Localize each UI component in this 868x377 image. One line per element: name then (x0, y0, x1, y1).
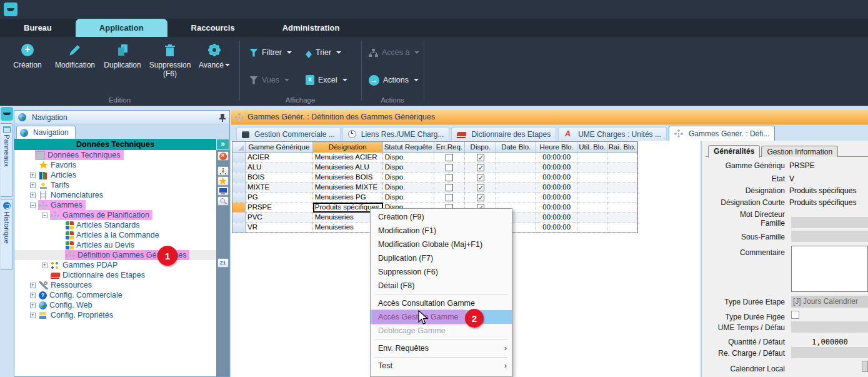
tree-expander[interactable]: + (30, 293, 36, 298)
modification-button[interactable]: Modification (51, 42, 99, 78)
column-header[interactable]: Gamme Générique (246, 142, 313, 153)
cell-date-blo[interactable] (496, 193, 536, 203)
cell-heure-blo[interactable]: 00:00:00 (536, 153, 577, 163)
cell-date-blo[interactable] (496, 183, 536, 193)
context-menu-item[interactable]: Modification Globale (Maj+F1) › (371, 238, 512, 251)
context-menu-item[interactable]: Création (F9) › (371, 210, 512, 224)
acces-a-button[interactable]: Accès à (369, 46, 419, 59)
cell-date-blo[interactable] (496, 153, 536, 163)
type-duree-figee-checkbox[interactable] (791, 311, 799, 319)
favorites-button[interactable] (217, 176, 229, 186)
cell-util-blo[interactable] (577, 213, 607, 223)
ribbon-tab[interactable]: Administration (259, 19, 364, 37)
cell-util-blo[interactable] (577, 153, 607, 163)
tree-item[interactable]: Favoris (14, 160, 216, 170)
context-menu-item[interactable]: Déblocage Gamme › (371, 324, 512, 338)
context-menu-item[interactable]: Modification (F1) › (371, 224, 512, 238)
tree-item[interactable]: + Nomenclatures (14, 190, 216, 200)
tree-expander[interactable]: + (30, 283, 36, 288)
dispo-checkbox[interactable] (477, 184, 484, 191)
network-view-button[interactable] (217, 166, 229, 176)
trier-button[interactable]: Trier (306, 46, 341, 59)
table-row[interactable]: BOIS Menuiseries BOIS Dispo. 00:00:00 (232, 173, 637, 183)
cell-rai-blo[interactable] (607, 153, 637, 163)
tree-item[interactable]: + Config. Commerciale (14, 290, 216, 300)
context-menu-item[interactable] (375, 339, 507, 340)
context-menu-item[interactable]: Test › (371, 359, 512, 373)
calendrier-local-button[interactable] (862, 361, 868, 372)
context-menu-item[interactable]: Suppression (F6) › (371, 265, 512, 279)
cell-statut-requete[interactable]: Dispo. (383, 153, 434, 163)
ribbon-tab[interactable]: Application (76, 19, 167, 37)
tree-item[interactable]: + Gammes PDAP (14, 260, 216, 270)
row-selector-cell[interactable] (232, 173, 246, 183)
table-row[interactable]: ALU Menuiseries ALU Dispo. 00:00:00 (232, 163, 637, 173)
document-tab[interactable]: Dictionnaire des Etapes (451, 127, 556, 141)
column-header[interactable]: Dispo. (465, 142, 496, 153)
cell-err-req[interactable] (434, 163, 466, 173)
cell-dispo[interactable] (465, 153, 496, 163)
err-req-checkbox[interactable] (446, 194, 453, 201)
search-button[interactable] (217, 196, 229, 206)
document-tab[interactable]: Gestion Commerciale ... (236, 127, 341, 141)
cell-heure-blo[interactable]: 00:00:00 (536, 203, 577, 213)
row-selector-cell[interactable] (232, 223, 246, 233)
tree-item[interactable]: + Config. Web (14, 300, 216, 310)
context-menu-item[interactable] (375, 294, 507, 295)
tree-item[interactable]: Articles Standards (14, 220, 216, 230)
cell-rai-blo[interactable] (607, 213, 637, 223)
cell-gamme-generique[interactable]: BOIS (246, 173, 313, 183)
tree-expander[interactable]: + (30, 193, 36, 198)
err-req-checkbox[interactable] (446, 164, 453, 171)
tree-item[interactable]: + Articles (14, 170, 216, 180)
cell-dispo[interactable] (465, 183, 496, 193)
cell-rai-blo[interactable] (607, 173, 637, 183)
context-menu-item[interactable]: Détail (F8) › (371, 279, 512, 293)
cell-designation[interactable]: Menuiseries BOIS (313, 173, 383, 183)
cell-heure-blo[interactable]: 00:00:00 (536, 163, 577, 173)
cell-rai-blo[interactable] (607, 193, 637, 203)
detail-tab[interactable]: Généralités (708, 145, 760, 158)
cell-date-blo[interactable] (496, 173, 536, 183)
cell-util-blo[interactable] (577, 193, 607, 203)
document-tab[interactable]: Gammes Génér. : Défi... (669, 126, 775, 141)
row-selector-cell[interactable] (232, 163, 246, 173)
cell-gamme-generique[interactable]: PG (246, 193, 313, 203)
tree-expander[interactable]: − (30, 203, 36, 208)
cell-heure-blo[interactable]: 00:00:00 (536, 213, 577, 223)
creation-button[interactable]: Création (4, 42, 51, 78)
column-header[interactable]: Err.Req. (434, 142, 466, 153)
ume-temps-input[interactable] (791, 321, 868, 333)
tree-expander[interactable]: + (30, 303, 36, 308)
tree-expander[interactable]: − (42, 213, 47, 218)
row-selector-cell[interactable] (232, 153, 246, 163)
type-duree-etape-select[interactable]: [J] Jours Calendrier (791, 296, 868, 308)
tree-item[interactable]: Articles au Devis (14, 240, 216, 250)
app-logo-icon[interactable] (4, 3, 17, 16)
cell-designation[interactable]: Menuiseries PG (313, 193, 383, 203)
cell-designation[interactable]: Menuiseries ALU (313, 163, 383, 173)
dispo-checkbox[interactable] (477, 174, 484, 181)
cell-gamme-generique[interactable]: ACIER (246, 153, 313, 163)
navigation-tab[interactable]: Navigation (16, 126, 76, 139)
tree-item[interactable]: + Ressources (14, 280, 216, 290)
actions-button[interactable]: Actions (369, 73, 419, 87)
dock-tab-historique[interactable]: Historique (1, 199, 13, 270)
table-row[interactable]: ACIER Menuiseries ACIER Dispo. 00:00:00 (232, 153, 637, 163)
detail-tab[interactable]: Gestion Information (761, 146, 838, 157)
row-selector-cell[interactable] (232, 193, 246, 203)
context-menu-item[interactable]: Env. Requêtes › (371, 341, 512, 355)
filtrer-button[interactable]: Filtrer (249, 46, 292, 59)
document-tab[interactable]: UME Charges : Unités ... (558, 127, 667, 141)
cell-util-blo[interactable] (577, 183, 607, 193)
select-all-corner-cell[interactable] (232, 142, 246, 153)
cell-err-req[interactable] (434, 193, 466, 203)
cell-err-req[interactable] (434, 183, 466, 193)
column-header[interactable]: Rai. Blo. (607, 142, 637, 153)
cell-designation[interactable]: Menuiseries MIXTE (313, 183, 383, 193)
cell-rai-blo[interactable] (607, 203, 637, 213)
cell-statut-requete[interactable]: Dispo. (383, 193, 434, 203)
dispo-checkbox[interactable] (477, 194, 484, 201)
row-selector-cell[interactable] (232, 203, 246, 213)
dock-tab-panneaux[interactable]: Panneaux (1, 123, 13, 197)
